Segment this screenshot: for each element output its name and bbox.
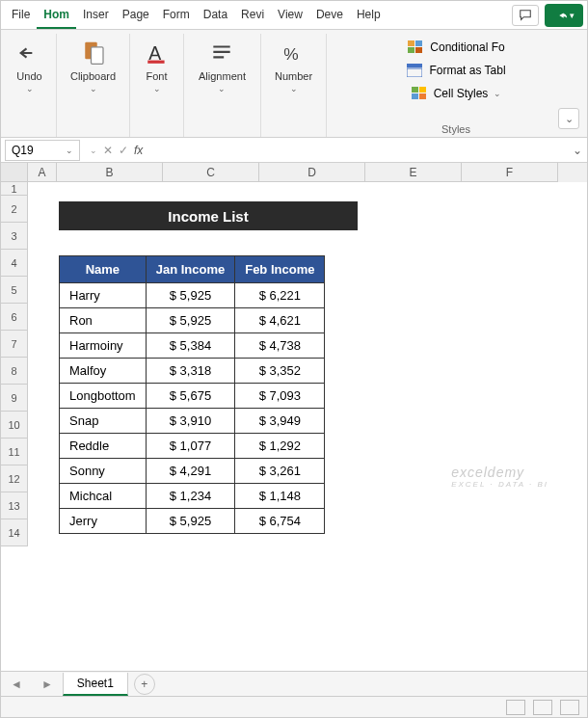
- cell-name[interactable]: Ron: [60, 308, 147, 333]
- row-header-13[interactable]: 13: [1, 492, 28, 519]
- cell-feb[interactable]: $ 7,093: [235, 384, 325, 409]
- comments-button[interactable]: [512, 5, 539, 26]
- conditional-format-label: Conditional Fo: [430, 40, 504, 54]
- column-header-D[interactable]: D: [259, 163, 365, 182]
- row-header-8[interactable]: 8: [1, 358, 28, 385]
- cell-jan[interactable]: $ 5,675: [146, 384, 235, 409]
- cell-styles-button[interactable]: Cell Styles ⌄: [407, 84, 506, 103]
- svg-rect-14: [419, 93, 426, 99]
- row-header-7[interactable]: 7: [1, 331, 28, 358]
- column-header-B[interactable]: B: [57, 163, 163, 182]
- cell-feb[interactable]: $ 1,148: [235, 484, 325, 509]
- row-header-3[interactable]: 3: [1, 223, 28, 250]
- cell-jan[interactable]: $ 1,077: [146, 434, 235, 459]
- cell-name[interactable]: Michcal: [60, 484, 147, 509]
- column-header-A[interactable]: A: [28, 163, 57, 182]
- share-button[interactable]: ▾: [545, 4, 583, 27]
- menu-tab-help[interactable]: Help: [350, 2, 388, 29]
- conditional-formatting-button[interactable]: Conditional Fo: [403, 38, 508, 57]
- sheet-nav-prev[interactable]: ◄: [1, 678, 32, 691]
- sheet-nav-next[interactable]: ►: [32, 678, 63, 691]
- cell-jan[interactable]: $ 5,925: [146, 308, 235, 333]
- chevron-down-icon: ⌄: [90, 84, 97, 93]
- cell-jan[interactable]: $ 4,291: [146, 459, 235, 484]
- cell-feb[interactable]: $ 6,754: [235, 509, 325, 534]
- menu-tab-page[interactable]: Page: [116, 2, 156, 29]
- cell-feb[interactable]: $ 6,221: [235, 283, 325, 308]
- cell-jan[interactable]: $ 5,384: [146, 333, 235, 359]
- cell-name[interactable]: Malfoy: [60, 359, 147, 384]
- view-break-button[interactable]: [560, 700, 579, 715]
- table-row: Ron$ 5,925$ 4,621: [60, 308, 325, 333]
- row-header-4[interactable]: 4: [1, 250, 28, 277]
- spreadsheet-grid[interactable]: ABCDEF 1234567891011121314 Income List N…: [1, 163, 587, 672]
- font-label: Font: [146, 70, 167, 82]
- svg-rect-3: [147, 61, 164, 64]
- row-header-5[interactable]: 5: [1, 277, 28, 304]
- menu-tab-deve[interactable]: Deve: [309, 2, 350, 29]
- cell-feb[interactable]: $ 3,949: [235, 409, 325, 434]
- formula-bar: Q19 ⌄ ⌄ ✕ ✓ fx ⌄: [1, 138, 587, 163]
- cell-name[interactable]: Sonny: [60, 459, 147, 484]
- menu-tab-hom[interactable]: Hom: [37, 2, 76, 29]
- cell-name[interactable]: Reddle: [60, 434, 147, 459]
- menu-tab-revi[interactable]: Revi: [234, 2, 271, 29]
- menu-tab-file[interactable]: File: [5, 2, 37, 29]
- cells-area[interactable]: Income List NameJan IncomeFeb Income Har…: [28, 182, 587, 546]
- cell-name[interactable]: Snap: [60, 409, 147, 434]
- cell-feb[interactable]: $ 4,621: [235, 308, 325, 333]
- cell-name[interactable]: Jerry: [60, 509, 147, 534]
- cell-name[interactable]: Harmoiny: [60, 333, 147, 359]
- alignment-button[interactable]: Alignment ⌄: [199, 38, 246, 93]
- cell-jan[interactable]: $ 1,234: [146, 484, 235, 509]
- ribbon-expand-button[interactable]: ⌄: [558, 108, 579, 129]
- number-label: Number: [275, 70, 312, 82]
- column-header-F[interactable]: F: [462, 163, 558, 182]
- row-header-11[interactable]: 11: [1, 439, 28, 465]
- column-header-C[interactable]: C: [163, 163, 259, 182]
- cell-feb[interactable]: $ 3,261: [235, 459, 325, 484]
- row-header-6[interactable]: 6: [1, 304, 28, 331]
- cell-name[interactable]: Harry: [60, 283, 147, 308]
- chevron-down-icon[interactable]: ⌄: [90, 146, 97, 155]
- row-header-12[interactable]: 12: [1, 465, 28, 492]
- paste-button[interactable]: Clipboard ⌄: [70, 38, 116, 93]
- menu-tab-view[interactable]: View: [271, 2, 309, 29]
- formula-input[interactable]: [148, 140, 568, 161]
- format-as-table-button[interactable]: Format as Tabl: [402, 61, 509, 80]
- ribbon-group-styles: Conditional Fo Format as Tabl Cell Style…: [327, 34, 585, 137]
- undo-button[interactable]: Undo ⌄: [14, 38, 45, 93]
- cell-feb[interactable]: $ 1,292: [235, 434, 325, 459]
- formula-expand-button[interactable]: ⌄: [568, 144, 587, 157]
- column-headers: ABCDEF: [1, 163, 587, 182]
- cell-name[interactable]: Longbottom: [60, 384, 147, 409]
- cell-feb[interactable]: $ 4,738: [235, 333, 325, 359]
- row-header-9[interactable]: 9: [1, 385, 28, 412]
- cell-jan[interactable]: $ 5,925: [146, 509, 235, 534]
- cell-jan[interactable]: $ 5,925: [146, 283, 235, 308]
- row-headers: 1234567891011121314: [1, 182, 28, 546]
- cell-feb[interactable]: $ 3,352: [235, 359, 325, 384]
- row-header-2[interactable]: 2: [1, 196, 28, 223]
- fx-icon[interactable]: fx: [134, 144, 143, 157]
- sheet-tab-active[interactable]: Sheet1: [63, 673, 128, 696]
- select-all-corner[interactable]: [1, 163, 28, 182]
- menu-tab-form[interactable]: Form: [156, 2, 197, 29]
- row-header-14[interactable]: 14: [1, 519, 28, 546]
- column-header-E[interactable]: E: [365, 163, 462, 182]
- font-button[interactable]: A Font ⌄: [142, 38, 173, 93]
- number-button[interactable]: % Number ⌄: [275, 38, 312, 93]
- cell-jan[interactable]: $ 3,910: [146, 409, 235, 434]
- row-header-1[interactable]: 1: [1, 182, 28, 196]
- add-sheet-button[interactable]: +: [134, 674, 155, 695]
- row-header-10[interactable]: 10: [1, 412, 28, 439]
- cancel-icon[interactable]: ✕: [103, 144, 113, 157]
- name-box[interactable]: Q19 ⌄: [5, 140, 80, 161]
- view-normal-button[interactable]: [506, 700, 525, 715]
- confirm-icon[interactable]: ✓: [119, 144, 128, 157]
- cell-jan[interactable]: $ 3,318: [146, 359, 235, 384]
- view-layout-button[interactable]: [533, 700, 552, 715]
- undo-icon: [16, 40, 43, 66]
- menu-tab-data[interactable]: Data: [197, 2, 234, 29]
- menu-tab-inser[interactable]: Inser: [76, 2, 116, 29]
